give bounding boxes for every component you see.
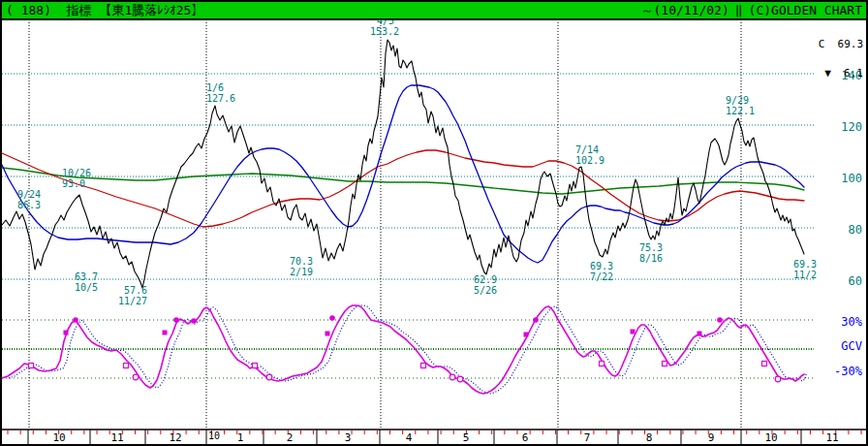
- month-label: 5: [463, 431, 470, 444]
- month-label: 10: [764, 431, 777, 444]
- title-bar: ( 188) 指標 【東1騰落ﾚｼｵ25】 ～(10/11/02) ‖ (C)G…: [2, 2, 866, 20]
- annotation-label: 69.3: [590, 261, 613, 271]
- buy-square-marker: [698, 332, 702, 336]
- latest-quote: C 69.3 ▼ 6.1: [819, 20, 863, 98]
- month-label: 2: [287, 431, 294, 444]
- annotation-label: 70.3: [290, 256, 313, 267]
- y-axis-tick-label: 60: [849, 274, 862, 288]
- gcv-axis-label: GCV: [841, 339, 862, 353]
- copyright: (C)GOLDEN CHART: [749, 3, 862, 17]
- y-axis-tick-label: 100: [841, 172, 862, 185]
- buy-square-marker: [631, 330, 636, 334]
- y-axis-tick-label: 120: [841, 120, 862, 134]
- month-label: 11: [825, 431, 838, 444]
- sell-square-marker: [253, 364, 258, 368]
- peak-circle-marker: [329, 315, 335, 321]
- month-label: 11: [110, 431, 123, 444]
- chart-title: ( 188) 指標 【東1騰落ﾚｼｵ25】: [6, 2, 203, 19]
- annotation-label: 93.0: [62, 178, 85, 189]
- month-label: 8: [646, 431, 653, 444]
- sell-square-marker: [421, 364, 426, 368]
- trough-circle-marker: [457, 376, 463, 382]
- annotation-label: 11/2: [793, 270, 817, 280]
- annotation-label: 8/16: [639, 253, 663, 264]
- annotation-label: 63.7: [75, 271, 98, 282]
- month-label: 9: [708, 431, 715, 444]
- date-range: ～(10/11/02): [640, 2, 728, 19]
- annotation-label: 11/27: [118, 296, 147, 306]
- change-value: ▼ 6.1: [819, 69, 863, 79]
- annotation-label: 102.9: [575, 155, 604, 166]
- buy-square-marker: [163, 331, 168, 335]
- trough-circle-marker: [450, 374, 455, 380]
- annotation-label: 7/14: [575, 144, 599, 155]
- annotation-label: 122.1: [726, 106, 755, 116]
- annotation-label: 153.2: [370, 26, 399, 37]
- annotation-label: 10/5: [75, 282, 98, 293]
- buy-square-marker: [524, 333, 529, 337]
- month-label: 10: [52, 431, 65, 444]
- month-label: 12: [169, 431, 181, 444]
- buy-square-marker: [326, 332, 330, 336]
- title-bar-right: ～(10/11/02) ‖ (C)GOLDEN CHART: [640, 2, 862, 19]
- peak-circle-marker: [73, 317, 78, 323]
- annotation-label: 75.3: [639, 242, 663, 253]
- annotation-label: 86.3: [17, 200, 41, 210]
- trough-circle-marker: [266, 374, 272, 380]
- window-border: [1, 1, 867, 445]
- peak-circle-marker: [191, 318, 197, 324]
- annotation-label: 2/19: [290, 267, 313, 277]
- annotation-label: 10/26: [62, 168, 91, 178]
- annotation-label: 127.6: [206, 93, 235, 104]
- annotation-label: 62.9: [474, 274, 497, 285]
- annotation-label: 57.6: [124, 285, 147, 296]
- month-label: 6: [522, 431, 529, 444]
- trough-circle-marker: [775, 376, 781, 382]
- month-label: 7: [584, 431, 591, 444]
- annotation-label: 69.3: [793, 259, 817, 270]
- separator-bars-icon: ‖: [735, 3, 743, 17]
- annotation-label: 9/29: [726, 95, 749, 106]
- peak-circle-marker: [173, 317, 179, 323]
- month-label: 1: [237, 431, 244, 444]
- month-label: 4: [406, 431, 413, 444]
- sell-square-marker: [600, 362, 604, 366]
- sell-square-marker: [762, 362, 767, 366]
- month-label: 3: [345, 431, 352, 444]
- chart-canvas: 9/2486.310/2693.063.710/557.611/271/6127…: [0, 0, 868, 446]
- annotation-label: 9/24: [17, 189, 41, 200]
- trough-circle-marker: [133, 374, 139, 380]
- gcv-axis-label: 30%: [841, 315, 862, 329]
- gcv-axis-label: -30%: [834, 365, 863, 378]
- y-axis-tick-label: 80: [849, 223, 862, 237]
- annotation-label: 5/26: [474, 285, 497, 296]
- golden-chart-window: 9/2486.310/2693.063.710/557.611/271/6127…: [0, 0, 868, 446]
- buy-square-marker: [64, 331, 69, 335]
- peak-circle-marker: [533, 317, 539, 323]
- annotation-label: 1/6: [206, 82, 224, 93]
- peak-circle-marker: [717, 317, 723, 323]
- sell-square-marker: [663, 362, 667, 366]
- close-value: C 69.3: [819, 40, 863, 49]
- year-marker: 10: [208, 430, 220, 441]
- sell-square-marker: [124, 364, 129, 368]
- annotation-label: 7/22: [590, 271, 613, 282]
- sell-square-marker: [29, 364, 34, 368]
